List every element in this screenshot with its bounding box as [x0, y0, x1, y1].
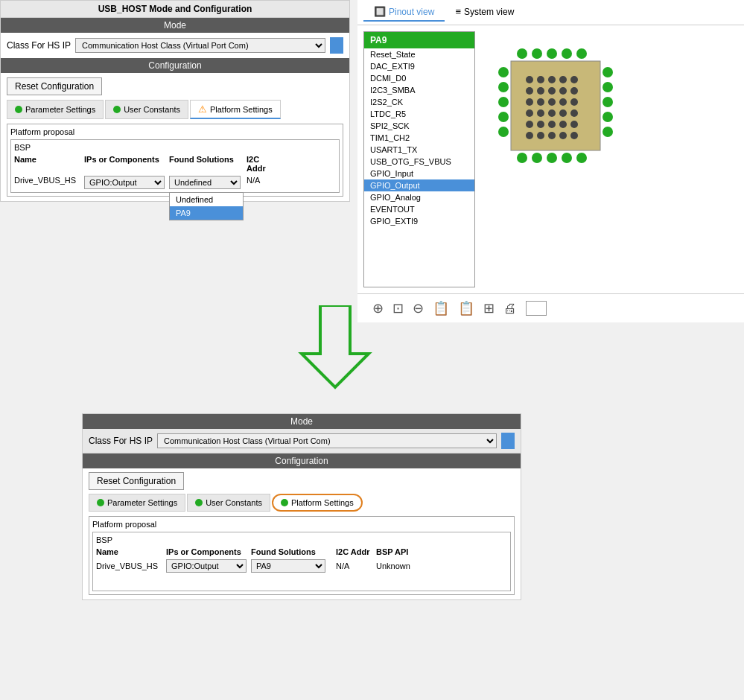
pin-item-gpio-analog[interactable]: GPIO_Analog	[364, 191, 474, 203]
tab-system-view[interactable]: ≡ System view	[445, 3, 524, 22]
ips-dropdown-container: GPIO:Output	[84, 176, 166, 189]
system-tab-label: System view	[464, 7, 514, 17]
b-col-header-name: Name	[96, 547, 163, 556]
tab-parameter-settings[interactable]: Parameter Settings	[7, 100, 104, 119]
pinout-tabs: 🔲 Pinout view ≡ System view	[357, 0, 744, 25]
mode-section-header: Mode	[1, 18, 349, 33]
pin-item-tim1[interactable]: TIM1_CH2	[364, 132, 474, 144]
svg-point-12	[498, 82, 509, 92]
bottom-mode-bar: Mode	[83, 414, 521, 429]
bottom-config-header: Configuration	[83, 454, 521, 468]
col-header-name: Name	[14, 155, 81, 173]
pin-item-gpio-output[interactable]: GPIO_Output	[364, 179, 474, 191]
pin-item-usart1[interactable]: USART1_TX	[364, 144, 474, 156]
pin-item-gpio-input[interactable]: GPIO_Input	[364, 168, 474, 179]
svg-point-21	[526, 76, 533, 83]
dropdown-item-undefined[interactable]: Undefined	[170, 193, 243, 206]
tab-user-constants[interactable]: User Constants	[105, 100, 188, 119]
svg-point-33	[548, 98, 556, 106]
ips-select[interactable]: GPIO:Output	[84, 176, 165, 189]
svg-point-29	[559, 87, 567, 95]
svg-point-16	[602, 67, 613, 77]
table-data-row: Drive_VBUS_HS GPIO:Output Undefined Unde…	[14, 176, 336, 189]
svg-point-5	[576, 48, 587, 59]
clipboard-icon[interactable]: 📋	[433, 300, 449, 316]
bottom-platform-label: Platform proposal	[92, 520, 511, 529]
fit-icon[interactable]: ⊡	[392, 300, 404, 316]
pin-item-reset[interactable]: Reset_State	[364, 48, 474, 60]
warning-icon: ⚠	[198, 104, 207, 115]
dropdown-item-pa9[interactable]: PA9	[170, 206, 243, 220]
top-panel: USB_HOST Mode and Configuration Mode Cla…	[0, 0, 350, 202]
chip-svg	[481, 31, 630, 180]
pin-item-dcmi[interactable]: DCMI_D0	[364, 72, 474, 84]
svg-point-25	[570, 76, 578, 83]
svg-point-20	[602, 127, 613, 137]
svg-point-23	[548, 76, 556, 83]
svg-point-6	[517, 153, 527, 163]
svg-point-19	[602, 112, 613, 122]
arrow-container	[283, 305, 387, 395]
pin-item-gpio-exti9[interactable]: GPIO_EXTI9	[364, 215, 474, 227]
mode-row: Class For HS IP Communication Host Class…	[1, 33, 349, 58]
tab-user-label: User Constants	[124, 105, 180, 114]
pin-item-spi2[interactable]: SPI2_SCK	[364, 120, 474, 132]
pin-item-ltdc[interactable]: LTDC_R5	[364, 108, 474, 120]
bottom-ips-select[interactable]: GPIO:Output	[166, 559, 247, 573]
search-box[interactable]	[526, 301, 547, 316]
bottom-tab-platform-settings[interactable]: Platform Settings	[272, 494, 363, 512]
copy-icon[interactable]: 📋	[458, 300, 474, 316]
bottom-blue-btn[interactable]	[501, 433, 515, 449]
bottom-found-select[interactable]: PA9	[251, 559, 325, 573]
bottom-reset-button[interactable]: Reset Configuration	[89, 472, 184, 490]
cell-i2c: N/A	[247, 176, 276, 185]
class-label: Class For HS IP	[7, 40, 71, 51]
bottom-tab-user-constants[interactable]: User Constants	[187, 494, 270, 512]
svg-point-22	[537, 76, 544, 83]
b-col-header-found: Found Solutions	[251, 547, 333, 556]
svg-point-45	[570, 121, 578, 128]
col-header-i2c: I2C Addr	[247, 155, 276, 173]
found-dropdown-menu: Undefined PA9	[169, 192, 244, 220]
print-icon[interactable]: 🖨	[503, 301, 517, 316]
bottom-bsp-group: BSP Name IPs or Components Found Solutio…	[92, 532, 511, 591]
pin-item-i2s2[interactable]: I2S2_CK	[364, 96, 474, 108]
svg-point-34	[559, 98, 567, 106]
down-arrow	[283, 305, 387, 395]
pin-item-i2c3[interactable]: I2C3_SMBA	[364, 84, 474, 96]
found-select[interactable]: Undefined	[169, 176, 241, 189]
bottom-dot-green3	[281, 499, 288, 506]
pin-item-usb-otg[interactable]: USB_OTG_FS_VBUS	[364, 156, 474, 168]
bottom-tab-parameter[interactable]: Parameter Settings	[89, 494, 185, 512]
svg-point-11	[498, 67, 509, 77]
blue-side-btn[interactable]	[330, 37, 343, 54]
svg-point-15	[498, 127, 509, 137]
b-col-header-bsp: BSP API	[376, 547, 507, 556]
pinout-tab-label: Pinout view	[389, 7, 434, 17]
svg-point-7	[532, 153, 542, 163]
pin-item-dac[interactable]: DAC_EXTI9	[364, 60, 474, 72]
tab-pinout-view[interactable]: 🔲 Pinout view	[363, 3, 445, 22]
bottom-class-select[interactable]: Communication Host Class (Virtual Port C…	[157, 433, 497, 448]
svg-point-8	[547, 153, 557, 163]
bottom-data-row: Drive_VBUS_HS GPIO:Output PA9 N/A Unknow…	[96, 559, 507, 573]
svg-point-41	[526, 121, 533, 128]
svg-point-49	[559, 132, 567, 139]
bottom-class-row: Class For HS IP Communication Host Class…	[83, 429, 521, 454]
reset-config-button[interactable]: Reset Configuration	[7, 77, 102, 95]
svg-point-14	[498, 112, 509, 122]
bottom-tab-user-label: User Constants	[206, 498, 262, 507]
svg-point-18	[602, 97, 613, 107]
pin-item-eventout[interactable]: EVENTOUT	[364, 203, 474, 215]
found-dropdown-container: Undefined Undefined PA9	[169, 176, 244, 189]
tab-platform-settings[interactable]: ⚠ Platform Settings	[190, 100, 281, 119]
grid-icon[interactable]: ⊞	[483, 300, 495, 316]
svg-point-37	[537, 109, 544, 117]
bsp-label: BSP	[14, 143, 336, 152]
svg-point-42	[537, 121, 544, 128]
platform-proposal-label: Platform proposal	[10, 127, 340, 136]
svg-point-50	[570, 132, 578, 139]
class-select[interactable]: Communication Host Class (Virtual Port C…	[75, 38, 325, 53]
svg-point-10	[576, 153, 587, 163]
zoom-out-icon[interactable]: ⊖	[413, 300, 424, 316]
